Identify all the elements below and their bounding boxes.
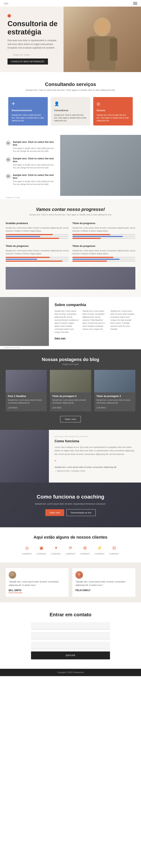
hero-cta-button[interactable]: CONSULTE MAIS INFORMAÇÃO [7, 59, 48, 64]
num-text-1: Sample text. Click to select the text bo… [13, 141, 55, 153]
tcard-avatar-2 [75, 571, 83, 579]
coaching-primary-button[interactable]: Saber mais [45, 509, 64, 516]
testimonial-cards-section: "Sample uloc. Lorem ipsum dolor sit amet… [0, 562, 141, 602]
contact-subject-input[interactable] [31, 642, 110, 649]
svg-point-4 [97, 21, 108, 33]
service-title-2: Consultores [54, 108, 87, 113]
blog-card-body-2: Título da postagem 2 Sample text. Lorem … [50, 393, 91, 411]
client-name-6: COMPANY [95, 553, 105, 555]
progress-title: Vamos contar nosso progresso! [6, 207, 135, 212]
tcard-2: "Sample uloc. Lorem ipsum dolor sit amet… [72, 568, 135, 597]
svg-point-8 [77, 576, 81, 578]
service-icon-2: 👤 [54, 100, 87, 107]
about-image [0, 297, 49, 346]
testimonial-title: Como funciona [55, 439, 135, 443]
progress-bars-1 [6, 234, 69, 239]
coaching-buttons: Saber mais Demonstração ao vivo [6, 509, 135, 516]
testimonial-text: Lorem nisl ut aliquip ex ea. Quis aute i… [55, 445, 135, 456]
tcard-role-1: Brand Specialist [9, 592, 66, 594]
progress-section: Vamos contar nosso progresso! Sample tex… [0, 199, 141, 297]
blog-card-link-3[interactable]: LER MAIS [97, 407, 106, 409]
about-link[interactable]: Saber mais [55, 337, 66, 339]
blog-card-2: Título da postagem 2 Sample text. Lorem … [50, 370, 91, 411]
hero-content: Consultoria de estratégia Duis aute irur… [0, 7, 78, 72]
testimonial-section: Escutar depoimentos nossos Como funciona… [0, 430, 141, 483]
logo: logo [4, 2, 8, 5]
progress-bars-4 [72, 257, 135, 262]
svg-rect-2 [87, 38, 95, 61]
progress-item-text-3: Sample text. Lorem ipsum dolor sit amet,… [6, 249, 69, 255]
coaching-section: Como funciona o coaching Sample text. Lo… [0, 483, 141, 527]
blog-image-credit: Imagem de Freepik [6, 363, 135, 365]
progress-item-title-3: Titulo do progresso [6, 244, 69, 248]
client-name-7: COMPANY [109, 553, 119, 555]
client-icon-5: ⊞ [81, 544, 89, 552]
service-text-1: Sample text. Click to select the text bo… [12, 114, 44, 122]
tcard-grid: "Sample uloc. Lorem ipsum dolor sit amet… [6, 568, 135, 597]
hero-description: Duis aute irure dolor in reprehenderit i… [7, 39, 60, 50]
blog-card-link-2[interactable]: LER MAIS [52, 407, 62, 409]
progress-item-title-4: Titulo do progresso [72, 244, 135, 248]
client-name-3: COMPANY [51, 553, 61, 555]
progress-item-2: Titulo do progresso Sample text. Lorem i… [72, 221, 135, 241]
about-section: Sobre companhia Sample text. Lorem ipsum… [0, 297, 141, 346]
contact-submit-button[interactable]: ENVIAR [31, 651, 110, 659]
client-item-3: ✦ COMPANY [51, 544, 61, 555]
footer: Copyright © 2023 | Powered by [0, 669, 141, 676]
progress-item-4: Titulo do progresso Sample text. Lorem i… [72, 244, 135, 263]
client-item-5: ⊞ COMPANY [80, 544, 90, 555]
contact-email-input[interactable] [31, 632, 110, 640]
about-cols: Sample text. Lorem ipsum dolor sit amet,… [55, 310, 135, 334]
num-item-1: 01 Sample text. Click to select the text… [6, 141, 55, 153]
blog-card-1: Post 1 Headline Sample text. Lorem ipsum… [6, 370, 47, 411]
progress-item-1: Gratidão produtora Sample text. Lorem ip… [6, 221, 69, 241]
progress-item-title-1: Gratidão produtora [6, 221, 69, 225]
progress-item-text-1: Sample text. Lorem ipsum dolor sit amet,… [6, 226, 69, 232]
numbered-image-credit: Imagem de Freepik [0, 196, 141, 199]
blog-card-text-1: Sample text. Lorem ipsum dolor sit amet,… [8, 399, 44, 404]
num-text-2: Sample text. Click to select the text bo… [13, 157, 55, 169]
blog-card-3: Título da postagem 3 Sample text. Lorem … [94, 370, 135, 411]
tcard-quote-2: "Sample uloc. Lorem ipsum dolor sit amet… [75, 580, 132, 587]
contact-name-input[interactable] [31, 622, 110, 630]
blog-card-text-2: Sample text. Lorem ipsum dolor sit amet,… [52, 399, 89, 404]
menu-button[interactable] [133, 2, 137, 5]
contact-section: Entrar em contato ENVIAR [0, 602, 141, 669]
client-name-4: COMPANY [65, 553, 75, 555]
service-text-3: Sample text. Click to select the text bo… [97, 114, 129, 122]
clients-section: Aqui estão alguns de nossos clientes ◎ C… [0, 527, 141, 562]
testimonial-author: — Martha Smith, Contador-Chefe [55, 470, 135, 472]
progress-image [6, 267, 135, 289]
numbered-image [60, 135, 141, 196]
svg-point-5 [11, 573, 14, 576]
num-item-3: 03 Sample text. Click to select the text… [6, 174, 55, 186]
service-title-3: Sucess [97, 108, 129, 113]
progress-subtitle: Sample text. Click to select the text bo… [6, 214, 135, 216]
blog-card-text-3: Sample text. Lorem ipsum dolor sit amet,… [97, 399, 133, 404]
num-circle-1: 01 [6, 141, 11, 146]
client-icon-1: ◎ [23, 544, 31, 552]
blog-title: Nossas postagens do blog [6, 357, 135, 362]
service-text-2: Sample text. Click to select the text bo… [54, 114, 87, 122]
contact-title: Entrar em contato [6, 612, 135, 618]
contact-form: ENVIAR [31, 622, 110, 659]
client-item-7: ⊟ COMPANY [109, 544, 119, 555]
client-name-5: COMPANY [80, 553, 90, 555]
hero-section: Consultoria de estratégia Duis aute irur… [0, 7, 141, 72]
hero-title: Consultoria de estratégia [7, 20, 70, 36]
service-card-3: ◎ Sucess Sample text. Click to select th… [93, 97, 133, 125]
tcard-1: "Sample uloc. Lorem ipsum dolor sit amet… [6, 568, 69, 597]
client-icon-2: ▣ [38, 544, 45, 552]
testimonial-image [0, 430, 49, 483]
tcard-name-1: BILL SMITH [9, 589, 66, 592]
num-text-3: Sample text. Click to select the text bo… [13, 174, 55, 186]
progress-item-title-2: Titulo do progresso [72, 221, 135, 225]
client-item-4: ⟳ COMPANY [65, 544, 75, 555]
coaching-secondary-button[interactable]: Demonstração ao vivo [66, 509, 96, 516]
blog-card-link-1[interactable]: LER MAIS [8, 407, 17, 409]
blog-more-button[interactable]: Saber mais [60, 416, 81, 422]
about-col-2: Sample text. Lorem ipsum dolor sit amet,… [82, 310, 108, 334]
blog-card-body-3: Título da postagem 3 Sample text. Lorem … [94, 393, 135, 411]
client-item-6: ⚡ COMPANY [95, 544, 105, 555]
services-subtitle: Sample text. Click to select the text bo… [6, 89, 135, 91]
